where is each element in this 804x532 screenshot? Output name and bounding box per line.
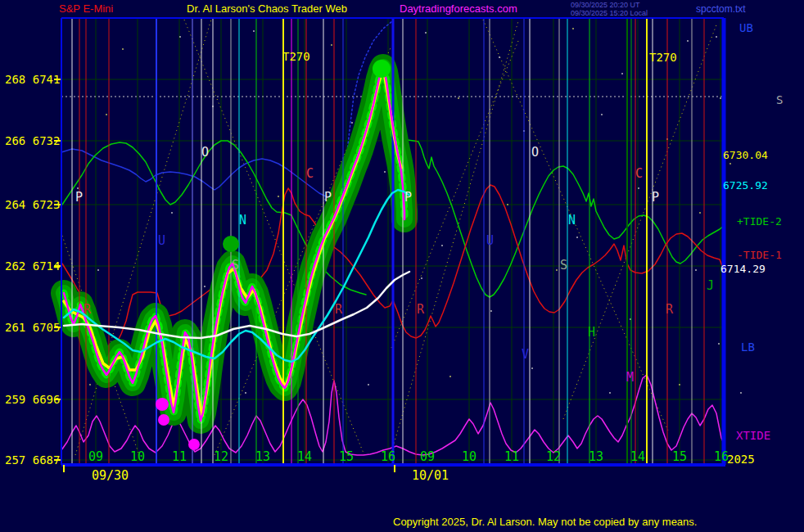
star-dot	[601, 114, 603, 115]
x-axis-date-label: 10/01	[412, 468, 449, 483]
star-dot	[204, 286, 206, 287]
x-axis-hour-label: 12	[546, 449, 561, 464]
star-dot	[97, 269, 99, 271]
x-axis-hour-label: 15	[672, 449, 687, 464]
y-axis-label: 266 6732	[5, 134, 60, 147]
star-dot	[89, 384, 91, 385]
planet-letter-r: R	[666, 302, 674, 317]
star-dot	[740, 392, 742, 394]
x-axis-hour-label: 12	[214, 449, 228, 464]
star-dot	[687, 40, 689, 42]
chart-canvas: 268 6741266 6732264 6723262 6714261 6705…	[0, 0, 804, 532]
planet-letter-p: P	[75, 190, 83, 205]
right-label-xtide: XTIDE	[736, 429, 770, 442]
t270-annotation: T270	[649, 51, 677, 64]
planet-letter-o: O	[531, 145, 539, 160]
x-axis-hour-label: 10	[462, 449, 477, 464]
star-dot	[572, 28, 574, 29]
planet-letter-r: R	[84, 302, 92, 317]
planet-letter-p: P	[324, 190, 332, 205]
planet-letter-s: S	[560, 258, 567, 273]
star-dot	[278, 196, 279, 197]
planet-letter-c: C	[635, 166, 643, 181]
x-axis-hour-label: 13	[255, 449, 270, 464]
planet-letter-p: P	[652, 190, 659, 205]
planet-letter-u: U	[158, 233, 165, 248]
y-axis-label: 259 6696	[5, 393, 60, 406]
t270-annotation: T270	[282, 50, 310, 63]
x-axis-hour-label: 15	[339, 449, 354, 464]
planet-letter-n: N	[239, 213, 246, 228]
right-label-s: S	[776, 93, 783, 106]
planet-letter-s: S	[232, 258, 239, 273]
x-axis-hour-label: 16	[381, 449, 395, 464]
star-dot	[253, 30, 255, 32]
star-dot	[699, 212, 701, 214]
planet-letter-r: R	[417, 302, 425, 317]
star-dot	[351, 122, 353, 124]
star-dot	[621, 73, 623, 74]
planet-letter-c: C	[306, 166, 314, 181]
star-dot	[449, 376, 451, 377]
marker-ball	[223, 236, 239, 252]
star-dot	[368, 384, 369, 385]
right-label-6725.92: 6725.92	[723, 179, 768, 192]
planet-letter-m: M	[626, 370, 634, 385]
marker-ball	[156, 398, 169, 411]
planet-letter-v: V	[522, 347, 529, 362]
planet-letter-u: U	[486, 233, 494, 248]
star-dot	[499, 56, 500, 58]
x-axis-hour-label: 11	[504, 449, 519, 464]
right-label--tide-1: -TIDE-1	[737, 249, 782, 261]
star-dot	[718, 343, 720, 345]
star-dot	[576, 237, 578, 238]
star-dot	[720, 97, 721, 99]
x-axis-hour-label: 11	[172, 449, 187, 464]
star-dot	[122, 48, 124, 50]
y-axis-label: 261 6705	[5, 321, 60, 334]
planet-letter-n: N	[568, 213, 576, 228]
star-dot	[638, 187, 639, 189]
x-axis-hour-label: 10	[130, 449, 145, 464]
star-dot	[425, 32, 427, 34]
copyright-notice: Copyright 2025, Dr. Al Larson. May not b…	[393, 516, 697, 528]
star-dot	[441, 245, 443, 246]
star-dot	[531, 367, 533, 369]
right-label-lb: LB	[741, 340, 755, 354]
x-axis-hour-label: 09	[88, 449, 103, 464]
star-dot	[384, 171, 386, 173]
star-dot	[421, 277, 422, 279]
right-label-2025: 2025	[727, 453, 755, 466]
star-dot	[679, 384, 680, 385]
star-dot	[695, 269, 697, 271]
right-label-6730.04: 6730.04	[723, 149, 768, 161]
y-axis-label: 268 6741	[5, 73, 60, 86]
planet-letter-r: R	[335, 302, 343, 317]
marker-ball	[188, 439, 200, 450]
star-dot	[171, 212, 173, 214]
x-axis-hour-label: 13	[589, 449, 603, 464]
x-axis-hour-label: 14	[630, 449, 645, 464]
star-dot	[245, 392, 246, 394]
star-dot	[458, 97, 459, 99]
star-dot	[609, 392, 611, 394]
x-axis-date-label: 09/30	[92, 468, 129, 483]
series-tide2-green-day2	[398, 140, 724, 297]
star-dot	[490, 310, 492, 312]
star-dot	[331, 44, 332, 46]
x-axis-hour-label: 14	[297, 449, 312, 464]
star-dot	[507, 204, 508, 205]
star-dot	[77, 187, 79, 189]
x-axis-hour-label: 09	[420, 449, 435, 464]
planet-letter-h: H	[588, 325, 595, 340]
star-dot	[716, 36, 717, 38]
right-label-ub: UB	[739, 21, 753, 34]
star-dot	[106, 114, 107, 115]
star-dot	[556, 269, 558, 271]
right-label-+tide-2: +TIDE-2	[737, 215, 782, 228]
planet-letter-j: J	[707, 278, 714, 293]
y-axis-label: 262 6714	[5, 259, 60, 273]
series-tide1-red-day2	[393, 185, 724, 338]
star-dot	[729, 163, 731, 165]
planet-letter-p: P	[404, 190, 412, 205]
